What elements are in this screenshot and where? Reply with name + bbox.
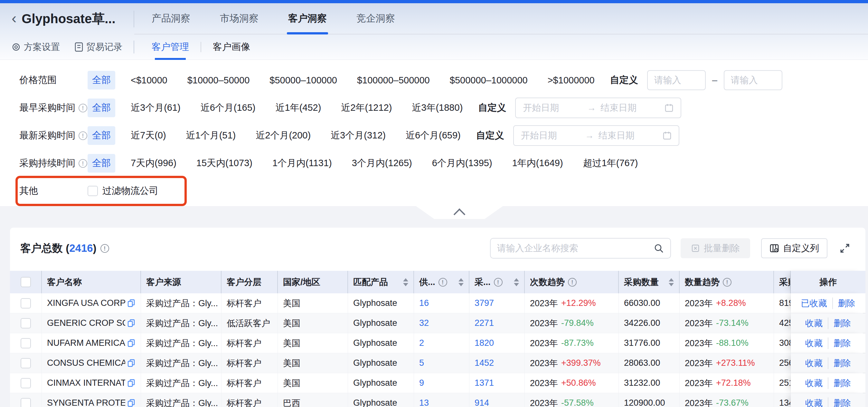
purchase-count-link[interactable]: 1820: [469, 333, 525, 353]
filter-option[interactable]: 6个月内(1395): [428, 154, 497, 173]
search-icon[interactable]: [654, 243, 664, 253]
delete-button[interactable]: 删除: [828, 377, 851, 389]
filter-option[interactable]: 近2个月(200): [251, 126, 315, 145]
filter-option[interactable]: 近7天(0): [126, 126, 170, 145]
filter-logistics-checkbox-label[interactable]: 过滤物流公司: [102, 185, 158, 197]
tab-market-insight[interactable]: 市场洞察: [220, 3, 258, 34]
customer-name[interactable]: CINMAX INTERNATIO: [47, 378, 125, 388]
favorite-button[interactable]: 收藏: [805, 377, 823, 389]
row-checkbox[interactable]: [21, 398, 31, 407]
customer-name[interactable]: CONSUS CHEMICAL: [47, 358, 125, 368]
copy-icon[interactable]: [127, 339, 135, 348]
batch-delete-button[interactable]: 批量删除: [681, 238, 750, 258]
purchase-count-link[interactable]: 1371: [469, 373, 525, 393]
delete-button[interactable]: 删除: [828, 317, 851, 329]
scheme-title-block[interactable]: ‹ Glyphosate草...: [0, 3, 134, 34]
fullscreen-button[interactable]: [839, 243, 850, 254]
purchase-count-link[interactable]: 914: [469, 393, 525, 407]
copy-icon[interactable]: [127, 359, 135, 368]
subtab-customer-profile[interactable]: 客户画像: [213, 40, 250, 54]
latest-date-range-picker[interactable]: 开始日期 → 结束日期: [513, 125, 679, 146]
filter-option[interactable]: 近6个月(165): [196, 98, 260, 117]
filter-option-all[interactable]: 全部: [88, 98, 115, 117]
filter-logistics-checkbox[interactable]: [88, 186, 98, 196]
filter-option[interactable]: 1年内(1649): [508, 154, 568, 173]
filter-custom-label[interactable]: 自定义: [476, 129, 504, 142]
info-icon[interactable]: !: [438, 278, 447, 287]
filter-option[interactable]: 15天内(1073): [192, 154, 257, 173]
filter-option[interactable]: 1个月内(1131): [268, 154, 336, 173]
filter-option[interactable]: 7天内(996): [126, 154, 181, 173]
supplier-count-link[interactable]: 16: [414, 293, 469, 313]
favorite-button[interactable]: 收藏: [805, 357, 823, 369]
delete-button[interactable]: 删除: [828, 397, 851, 407]
purchase-count-link[interactable]: 1452: [469, 353, 525, 373]
supplier-count-link[interactable]: 9: [414, 373, 469, 393]
row-checkbox[interactable]: [21, 338, 31, 348]
trade-records-button[interactable]: 贸易记录: [75, 41, 122, 53]
info-icon[interactable]: !: [79, 104, 87, 113]
filter-option[interactable]: 近3个月(61): [126, 98, 185, 117]
filter-option[interactable]: 近3年(1880): [407, 98, 467, 117]
sort-icon[interactable]: [669, 278, 674, 286]
supplier-count-link[interactable]: 32: [414, 313, 469, 333]
customer-name[interactable]: XINGFA USA CORPO: [47, 298, 125, 308]
row-checkbox[interactable]: [21, 358, 31, 368]
filter-option-all[interactable]: 全部: [88, 126, 115, 145]
copy-icon[interactable]: [127, 379, 135, 388]
customer-name[interactable]: SYNGENTA PROTEC: [47, 398, 125, 407]
price-min-input[interactable]: [647, 70, 706, 90]
filter-option-all[interactable]: 全部: [88, 71, 115, 90]
customize-columns-button[interactable]: 自定义列: [761, 238, 828, 258]
filter-option[interactable]: 近1年(452): [271, 98, 326, 117]
info-icon[interactable]: !: [494, 278, 503, 287]
filter-option[interactable]: 近6个月(659): [401, 126, 465, 145]
earliest-date-range-picker[interactable]: 开始日期 → 结束日期: [515, 98, 681, 118]
info-icon[interactable]: !: [723, 278, 732, 287]
company-search-input[interactable]: [497, 243, 654, 253]
sort-icon[interactable]: [403, 278, 408, 286]
info-icon[interactable]: !: [79, 131, 87, 140]
filter-option[interactable]: $500000–1000000: [445, 72, 532, 89]
filter-option[interactable]: $100000–500000: [352, 72, 434, 89]
filter-option[interactable]: 近2年(1212): [336, 98, 396, 117]
row-checkbox[interactable]: [21, 298, 31, 309]
copy-icon[interactable]: [127, 399, 135, 407]
supplier-count-link[interactable]: 5: [414, 353, 469, 373]
scheme-settings-button[interactable]: 方案设置: [11, 41, 60, 53]
copy-icon[interactable]: [127, 299, 135, 308]
filter-option[interactable]: <$10000: [126, 72, 172, 89]
filter-option[interactable]: 近3个月(312): [326, 126, 390, 145]
supplier-count-link[interactable]: 2: [414, 333, 469, 353]
company-search-box[interactable]: [490, 238, 671, 258]
delete-button[interactable]: 删除: [828, 338, 851, 349]
favorite-button[interactable]: 收藏: [805, 397, 823, 407]
info-icon[interactable]: !: [568, 278, 577, 287]
favorite-button[interactable]: 收藏: [805, 317, 823, 329]
customer-name[interactable]: GENERIC CROP SCI: [47, 318, 125, 328]
copy-icon[interactable]: [127, 319, 135, 328]
back-icon[interactable]: ‹: [11, 11, 17, 26]
purchase-count-link[interactable]: 2271: [469, 313, 525, 333]
filter-option[interactable]: 近1个月(51): [182, 126, 241, 145]
tab-competitor-insight[interactable]: 竞企洞察: [356, 3, 395, 34]
info-icon[interactable]: !: [100, 244, 109, 253]
tab-customer-insight[interactable]: 客户洞察: [288, 3, 327, 34]
customer-name[interactable]: NUFARM AMERICAS,: [47, 338, 125, 348]
subtab-customer-management[interactable]: 客户管理: [152, 40, 189, 54]
filter-custom-label[interactable]: 自定义: [610, 74, 638, 87]
filter-option[interactable]: $50000–100000: [265, 72, 342, 89]
favorite-button[interactable]: 收藏: [805, 338, 823, 349]
filter-option[interactable]: $10000–50000: [183, 72, 254, 89]
info-icon[interactable]: !: [79, 159, 87, 168]
collapse-filters-button[interactable]: [416, 206, 503, 219]
purchase-count-link[interactable]: 3797: [469, 293, 525, 313]
row-checkbox[interactable]: [21, 378, 31, 388]
price-max-input[interactable]: [724, 70, 782, 90]
sort-icon[interactable]: [459, 278, 464, 286]
tab-product-insight[interactable]: 产品洞察: [152, 3, 190, 34]
filter-custom-label[interactable]: 自定义: [478, 101, 506, 114]
favorite-button[interactable]: 已收藏: [801, 298, 827, 309]
filter-option-all[interactable]: 全部: [88, 154, 115, 173]
filter-option[interactable]: >$1000000: [543, 72, 599, 89]
